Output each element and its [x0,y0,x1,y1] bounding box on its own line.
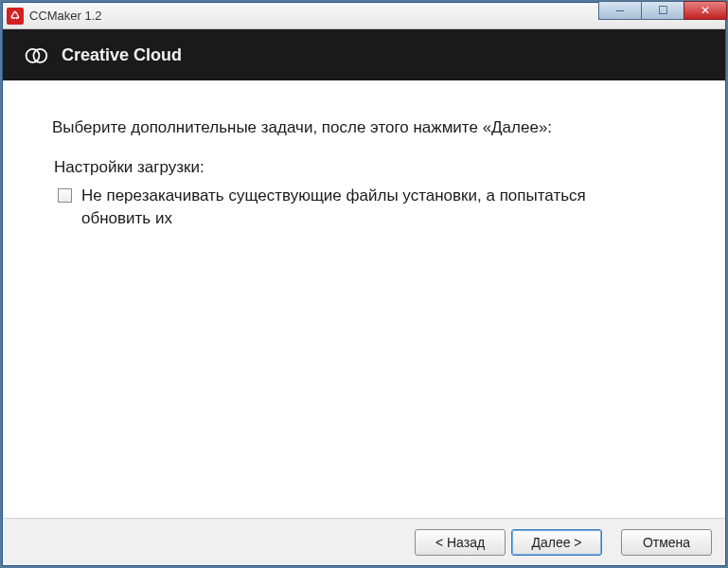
cancel-button[interactable]: Отмена [621,529,712,556]
svg-point-0 [27,49,40,62]
close-icon: ✕ [701,4,710,17]
redownload-checkbox[interactable] [58,188,72,203]
installer-window: ♺ CCMaker 1.2 ─ ☐ ✕ Creative Cloud Выбер… [2,2,726,566]
section-label: Настройки загрузки: [54,158,680,177]
creative-cloud-icon [24,43,48,67]
redownload-checkbox-label: Не перезакачивать существующие файлы уст… [81,185,630,230]
maximize-icon: ☐ [658,4,668,17]
checkbox-row: Не перезакачивать существующие файлы уст… [58,185,680,230]
header-band: Creative Cloud [3,29,725,80]
minimize-icon: ─ [616,4,625,17]
nav-button-group: < Назад Далее > [415,529,602,556]
next-button[interactable]: Далее > [511,529,602,556]
maximize-button[interactable]: ☐ [641,1,684,20]
app-icon: ♺ [7,8,24,25]
close-button[interactable]: ✕ [684,1,727,20]
titlebar: ♺ CCMaker 1.2 ─ ☐ ✕ [3,3,725,29]
window-title: CCMaker 1.2 [29,9,102,23]
svg-point-1 [33,49,46,62]
minimize-button[interactable]: ─ [598,1,642,20]
window-controls: ─ ☐ ✕ [599,1,727,20]
button-bar: < Назад Далее > Отмена [3,518,725,565]
header-title: Creative Cloud [62,45,182,65]
content-area: Выберите дополнительные задачи, после эт… [3,80,725,518]
instruction-text: Выберите дополнительные задачи, после эт… [52,118,680,137]
back-button[interactable]: < Назад [415,529,506,556]
